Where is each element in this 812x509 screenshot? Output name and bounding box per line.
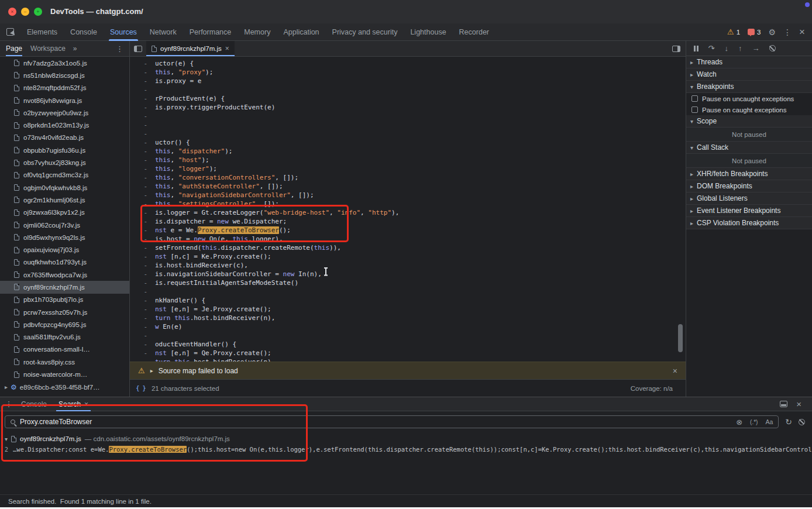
section-breakpoints[interactable]: ▾Breakpoints <box>686 81 812 93</box>
drawer-tab-console[interactable]: Console <box>15 397 53 411</box>
line-gutter-marker: - <box>130 68 150 77</box>
more-tabs-icon[interactable]: » <box>73 44 77 53</box>
file-tree-item[interactable]: o73nv4r0vifd2eab.js <box>0 132 129 144</box>
line-gutter-marker: - <box>130 226 150 235</box>
more-options-icon[interactable]: ⋮ <box>783 28 792 36</box>
regex-toggle[interactable]: (.*) <box>750 419 758 425</box>
navigator-tab-workspace[interactable]: Workspace <box>30 41 66 56</box>
minimize-window-button[interactable]: − <box>21 8 29 16</box>
checkbox-pause-on-uncaught-exceptions[interactable]: Pause on uncaught exceptions <box>686 93 812 104</box>
toolbar-right-icons: ⚠ 1 3 ⚙ ⋮ × <box>727 27 812 37</box>
chevron-down-icon: ▾ <box>690 145 693 151</box>
close-window-button[interactable]: × <box>8 8 16 16</box>
file-tree-item[interactable]: ox7635ffwodpca7w.js <box>0 269 129 281</box>
tab-console[interactable]: Console <box>64 23 104 41</box>
section-threads[interactable]: ▸Threads <box>686 56 812 68</box>
file-tree-item[interactable]: pcrw7exsshz05v7h.js <box>0 306 129 318</box>
close-search-tab-icon[interactable]: × <box>84 401 88 408</box>
section-dom-breakpoints[interactable]: ▸DOM Breakpoints <box>686 180 812 192</box>
file-tree-item[interactable]: ol9d5wxhynx9q2ls.js <box>0 231 129 243</box>
toggle-debugger-sidebar-icon[interactable] <box>672 46 680 52</box>
checkbox-icon[interactable] <box>691 95 698 102</box>
editor-tab[interactable]: oynf89rcnkzhpl7m.js × <box>146 41 235 56</box>
code-editor[interactable]: -uctor(e) {-this, "proxy");-is.proxy = e… <box>130 57 686 362</box>
frame-tree-item[interactable]: ▸ ⚙ e89c6bcb-e359-4f58-bf7… <box>0 381 129 394</box>
file-tree-item[interactable]: ojmli062couj7r3v.js <box>0 219 129 231</box>
file-tree-item[interactable]: nte82mqftpddm52f.js <box>0 82 129 94</box>
file-tree-item[interactable]: of0vtq1gcmd3mc3z.js <box>0 169 129 181</box>
line-gutter-marker: - <box>130 85 150 94</box>
file-icon <box>14 271 19 278</box>
section-call-stack[interactable]: ▾Call Stack <box>686 142 812 154</box>
file-tree-item[interactable]: saal581lftpv2vu6.js <box>0 331 129 343</box>
navigator-tab-page[interactable]: Page <box>6 41 22 56</box>
file-tree-item[interactable]: ogr2m1khumlj06st.js <box>0 194 129 206</box>
file-tree-item[interactable]: oynf89rcnkzhpl7m.js <box>0 281 129 293</box>
search-result-file-row[interactable]: ▾ oynf89rcnkzhpl7m.js — cdn.oaistatic.co… <box>0 434 812 444</box>
tab-performance[interactable]: Performance <box>183 23 238 41</box>
tab-network[interactable]: Network <box>143 23 183 41</box>
file-tree-item[interactable]: o2byzwyeejp0u9wz.js <box>0 106 129 119</box>
pretty-print-button[interactable]: { } <box>136 384 146 392</box>
section-csp-violation-breakpoints[interactable]: ▸CSP Violation Breakpoints <box>686 217 812 229</box>
search-input[interactable] <box>20 418 731 426</box>
file-tree-item[interactable]: ns51nblw8ziscsgd.js <box>0 69 129 81</box>
file-tree-item[interactable]: obpubb7ugisfu36u.js <box>0 144 129 156</box>
file-tree-item[interactable]: nvot86jvh8vwigra.js <box>0 94 129 106</box>
clear-input-icon[interactable]: ⊗ <box>736 418 742 427</box>
section-event-listener-breakpoints[interactable]: ▸Event Listener Breakpoints <box>686 205 812 217</box>
section-scope[interactable]: ▾Scope <box>686 115 812 128</box>
drawer-menu-icon[interactable]: ⋮ <box>5 400 13 408</box>
file-tree-item[interactable]: nfv7adzg2a3x1oo5.js <box>0 57 129 69</box>
dock-panel-icon[interactable] <box>780 401 787 407</box>
file-tree-item[interactable]: pdbvfcpzcg4ny695.js <box>0 318 129 331</box>
search-result-line[interactable]: 2 …we.Dispatcher;const e=We.Proxy.create… <box>0 444 812 455</box>
drawer-tab-search[interactable]: Search× <box>53 397 94 411</box>
file-tree-item[interactable]: oj9zwxa6l3kpv1x2.js <box>0 207 129 219</box>
zoom-window-button[interactable]: + <box>34 8 42 16</box>
toggle-navigator-icon[interactable] <box>134 46 142 52</box>
step-out-button[interactable]: ↑ <box>738 44 742 52</box>
tab-elements[interactable]: Elements <box>20 23 64 41</box>
deactivate-breakpoints-button[interactable] <box>769 45 776 51</box>
tab-lighthouse[interactable]: Lighthouse <box>404 23 452 41</box>
file-tree-item[interactable]: opaixujviowj7j03.js <box>0 243 129 256</box>
file-tree-item[interactable]: pbx1h703pubtj7lo.js <box>0 294 129 306</box>
checkbox-icon[interactable] <box>691 106 698 113</box>
file-tree-item[interactable]: noise-watercolor-m… <box>0 368 129 380</box>
match-case-toggle[interactable]: Aa <box>765 418 773 425</box>
expand-infobar-icon[interactable]: ▸ <box>150 367 153 374</box>
tab-application[interactable]: Application <box>277 23 325 41</box>
file-tree-item[interactable]: conversation-small-l… <box>0 343 129 356</box>
refresh-search-icon[interactable]: ↻ <box>785 417 792 427</box>
close-devtools-icon[interactable]: × <box>799 27 805 37</box>
editor-scrollbar-thumb[interactable] <box>678 324 683 352</box>
close-drawer-icon[interactable]: × <box>796 400 801 408</box>
file-tree-item[interactable]: obs7vyhux2j83kng.js <box>0 156 129 168</box>
file-tree-item[interactable]: root-kavs8piy.css <box>0 356 129 368</box>
file-tree-item[interactable]: ouqfkhwho1d793yt.js <box>0 256 129 269</box>
tab-sources[interactable]: Sources <box>104 23 143 41</box>
section-watch[interactable]: ▸Watch <box>686 68 812 81</box>
checkbox-pause-on-caught-exceptions[interactable]: Pause on caught exceptions <box>686 104 812 115</box>
section-global-listeners[interactable]: ▸Global Listeners <box>686 192 812 205</box>
warnings-indicator[interactable]: ⚠ 1 <box>727 28 740 36</box>
inspect-element-icon[interactable] <box>6 28 14 36</box>
step-over-button[interactable]: ↷ <box>708 44 715 52</box>
tab-memory[interactable]: Memory <box>238 23 277 41</box>
issues-indicator[interactable]: 3 <box>748 29 761 36</box>
file-name: noise-watercolor-m… <box>23 371 87 378</box>
navigator-menu-icon[interactable]: ⋮ <box>116 44 129 53</box>
step-button[interactable]: → <box>752 44 759 52</box>
infobar-close-icon[interactable]: × <box>673 366 677 376</box>
settings-gear-icon[interactable]: ⚙ <box>769 28 776 36</box>
tab-privacy-and-security[interactable]: Privacy and security <box>326 23 404 41</box>
clear-search-icon[interactable] <box>799 419 805 425</box>
step-into-button[interactable]: ↓ <box>724 44 728 52</box>
close-tab-icon[interactable]: × <box>225 45 229 52</box>
file-tree-item[interactable]: o8prkdn1e023m13y.js <box>0 119 129 131</box>
section-xhr-fetch-breakpoints[interactable]: ▸XHR/fetch Breakpoints <box>686 168 812 180</box>
pause-script-button[interactable] <box>694 46 699 51</box>
file-tree-item[interactable]: ogbjm0vfqkwhvkb8.js <box>0 181 129 194</box>
tab-recorder[interactable]: Recorder <box>453 23 496 41</box>
